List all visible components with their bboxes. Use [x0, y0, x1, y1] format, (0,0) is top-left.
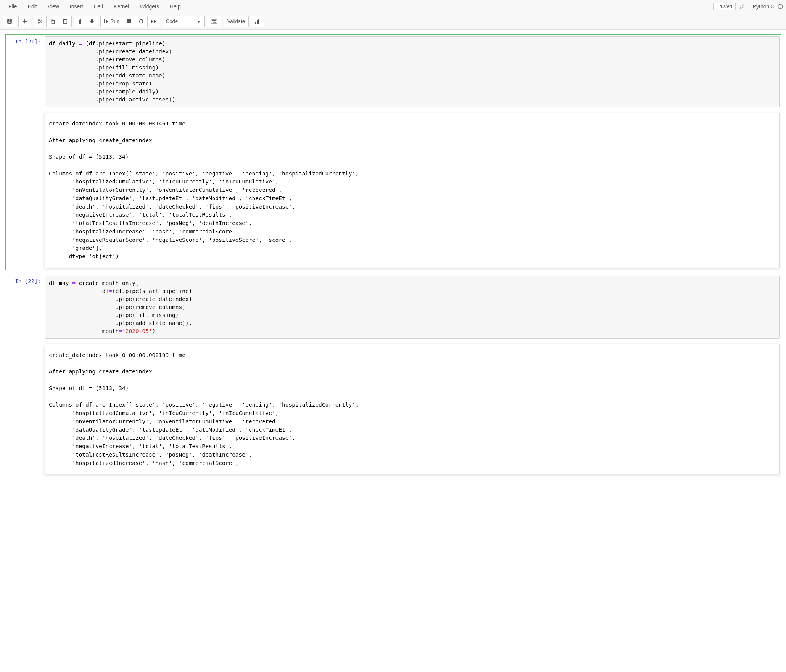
- stop-icon: [127, 19, 131, 24]
- svg-rect-19: [255, 24, 260, 24]
- run-icon: [104, 19, 109, 24]
- chart-button[interactable]: [251, 16, 264, 27]
- copy-icon: [50, 19, 55, 24]
- pencil-icon[interactable]: [739, 4, 745, 9]
- kernel-name[interactable]: Python 3: [749, 3, 774, 10]
- input-prompt: In [22]:: [6, 276, 45, 475]
- add-cell-button[interactable]: [18, 16, 31, 27]
- svg-rect-15: [213, 22, 216, 22]
- scissors-icon: [37, 19, 43, 24]
- menubar-right: Trusted Python 3: [713, 3, 783, 10]
- run-button[interactable]: Run: [100, 16, 123, 27]
- menu-widgets[interactable]: Widgets: [134, 1, 164, 12]
- code-cell[interactable]: In [21]: df_daily = (df.pipe(start_pipel…: [5, 34, 781, 270]
- svg-rect-8: [104, 19, 105, 23]
- svg-rect-16: [255, 22, 256, 24]
- move-down-button[interactable]: [86, 16, 98, 27]
- svg-rect-5: [52, 20, 54, 23]
- menubar-left: File Edit View Insert Cell Kernel Widget…: [3, 1, 186, 12]
- code-input[interactable]: df_daily = (df.pipe(start_pipeline) .pip…: [45, 36, 780, 107]
- menu-cell[interactable]: Cell: [89, 1, 108, 12]
- plus-icon: [22, 19, 27, 24]
- cell-body: df_may = create_month_only( df=(df.pipe(…: [45, 276, 780, 475]
- paste-button[interactable]: [59, 16, 72, 27]
- keyboard-icon: [211, 19, 217, 24]
- output-text: create_dateindex took 0:00:00.001461 tim…: [49, 120, 775, 261]
- svg-point-4: [38, 19, 40, 21]
- menu-file[interactable]: File: [3, 1, 23, 12]
- run-label: Run: [110, 18, 119, 24]
- menu-view[interactable]: View: [42, 1, 64, 12]
- notebook-container: In [21]: df_daily = (df.pipe(start_pipel…: [0, 30, 786, 485]
- save-button[interactable]: [3, 16, 16, 27]
- save-icon: [7, 19, 12, 24]
- cut-button[interactable]: [34, 16, 47, 27]
- fast-forward-icon: [151, 19, 156, 24]
- toolbar: Run Code Validate: [0, 13, 786, 30]
- svg-rect-9: [127, 19, 131, 23]
- arrow-down-icon: [90, 19, 94, 24]
- svg-rect-18: [258, 19, 259, 24]
- menu-help[interactable]: Help: [164, 1, 186, 12]
- restart-button[interactable]: [135, 16, 148, 27]
- svg-rect-1: [8, 19, 10, 21]
- validate-button[interactable]: Validate: [224, 16, 249, 27]
- kernel-status-icon[interactable]: [778, 4, 783, 9]
- menu-insert[interactable]: Insert: [64, 1, 89, 12]
- restart-run-all-button[interactable]: [148, 16, 160, 27]
- svg-point-14: [215, 20, 216, 21]
- svg-point-3: [38, 22, 40, 23]
- svg-rect-2: [8, 21, 11, 23]
- trusted-badge[interactable]: Trusted: [713, 3, 735, 10]
- svg-point-11: [212, 20, 212, 21]
- move-up-button[interactable]: [74, 16, 86, 27]
- bar-chart-icon: [255, 19, 260, 24]
- output-area: create_dateindex took 0:00:00.002109 tim…: [45, 344, 780, 475]
- interrupt-button[interactable]: [123, 16, 135, 27]
- paste-icon: [63, 19, 68, 24]
- svg-rect-10: [211, 19, 217, 23]
- menubar: File Edit View Insert Cell Kernel Widget…: [0, 0, 786, 13]
- output-text: create_dateindex took 0:00:00.002109 tim…: [49, 351, 775, 468]
- input-prompt: In [21]:: [6, 36, 45, 268]
- celltype-select[interactable]: Code: [163, 16, 205, 27]
- copy-button[interactable]: [47, 16, 59, 27]
- code-cell[interactable]: In [22]: df_may = create_month_only( df=…: [5, 274, 781, 477]
- cell-body: df_daily = (df.pipe(start_pipeline) .pip…: [45, 36, 780, 268]
- arrow-up-icon: [78, 19, 82, 24]
- menu-kernel[interactable]: Kernel: [108, 1, 134, 12]
- svg-rect-17: [257, 20, 258, 24]
- restart-icon: [139, 19, 144, 24]
- command-palette-button[interactable]: [207, 16, 221, 27]
- svg-point-12: [213, 20, 213, 21]
- output-area: create_dateindex took 0:00:00.001461 tim…: [45, 113, 780, 268]
- svg-point-13: [214, 20, 214, 21]
- menu-edit[interactable]: Edit: [23, 1, 42, 12]
- validate-label: Validate: [227, 18, 245, 24]
- code-input[interactable]: df_may = create_month_only( df=(df.pipe(…: [45, 276, 780, 339]
